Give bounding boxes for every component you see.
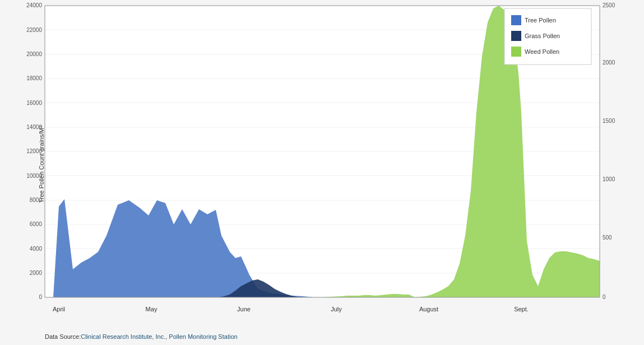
chart-container: Tree Pollen Count grains/M³ Grass and We… [0, 0, 644, 345]
legend-grass-label: Grass Pollen [525, 33, 560, 39]
svg-text:April: April [53, 306, 65, 312]
svg-text:500: 500 [603, 234, 612, 241]
svg-text:August: August [419, 306, 438, 312]
chart-svg: 0 2000 4000 6000 8000 10000 12000 14000 … [0, 0, 644, 328]
footer-link[interactable]: Clinical Research Institute, Inc., Polle… [81, 333, 237, 340]
svg-text:18000: 18000 [26, 75, 42, 81]
svg-text:0: 0 [603, 294, 606, 300]
svg-text:4000: 4000 [30, 246, 43, 252]
svg-text:1500: 1500 [603, 118, 615, 124]
svg-text:16000: 16000 [26, 100, 42, 106]
svg-text:May: May [146, 306, 157, 312]
chart-wrapper: Tree Pollen Count grains/M³ Grass and We… [0, 0, 644, 328]
svg-text:2000: 2000 [30, 270, 43, 276]
svg-text:8000: 8000 [30, 197, 43, 203]
svg-rect-44 [511, 15, 521, 25]
svg-rect-46 [511, 47, 521, 57]
legend-weed-label: Weed Pollen [525, 48, 559, 55]
svg-text:22000: 22000 [26, 27, 42, 33]
svg-text:24000: 24000 [26, 2, 42, 8]
legend-tree-label: Tree Pollen [525, 17, 556, 24]
svg-text:Sept.: Sept. [514, 306, 529, 312]
svg-text:10000: 10000 [26, 173, 42, 179]
svg-text:1000: 1000 [603, 176, 615, 182]
svg-text:0: 0 [39, 294, 42, 300]
svg-text:6000: 6000 [30, 221, 43, 227]
svg-text:2500: 2500 [603, 2, 615, 8]
svg-rect-45 [511, 31, 521, 41]
svg-text:12000: 12000 [26, 148, 42, 154]
footer-text: Data Source: [45, 333, 81, 340]
svg-text:14000: 14000 [26, 124, 42, 130]
svg-text:2000: 2000 [603, 59, 615, 66]
chart-footer: Data Source: Clinical Research Institute… [0, 328, 644, 345]
svg-text:July: July [331, 306, 342, 312]
svg-text:20000: 20000 [26, 51, 42, 57]
svg-text:June: June [237, 306, 251, 312]
